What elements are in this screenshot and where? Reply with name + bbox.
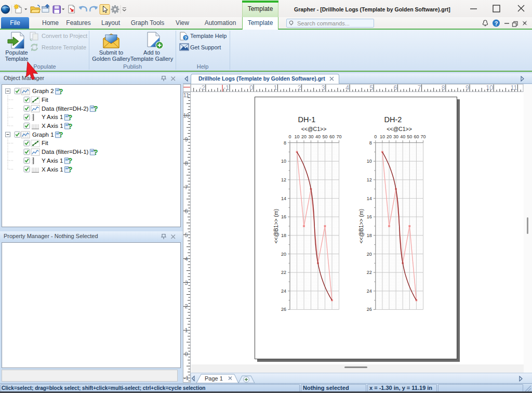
svg-text:5: 5 (369, 84, 373, 91)
svg-text:Y Axis 1: Y Axis 1 (42, 114, 63, 120)
svg-text:-1: -1 (223, 84, 229, 91)
svg-text:?: ? (68, 165, 73, 174)
svg-text:?: ? (59, 130, 63, 139)
svg-text:Y Axis 1: Y Axis 1 (42, 158, 63, 164)
svg-text:Fit: Fit (42, 140, 49, 146)
svg-text:10: 10 (486, 84, 493, 91)
svg-text:Fit: Fit (42, 97, 49, 103)
svg-text:?: ? (94, 104, 98, 113)
svg-text:3: 3 (322, 84, 325, 91)
svg-text:?: ? (68, 156, 73, 165)
svg-text:Data (filter=DH-2): Data (filter=DH-2) (42, 106, 89, 112)
svg-text:11: 11 (183, 92, 189, 98)
svg-text:?: ? (495, 20, 498, 27)
svg-text:7: 7 (418, 84, 421, 91)
svg-text:9: 9 (466, 84, 469, 91)
svg-text:?: ? (68, 122, 73, 130)
svg-text:0: 0 (249, 84, 253, 91)
svg-text:?: ? (59, 87, 63, 96)
svg-text:?: ? (184, 35, 188, 41)
svg-text:Graph 2: Graph 2 (32, 88, 54, 94)
svg-text:6: 6 (393, 84, 397, 91)
svg-text:-2: -2 (200, 84, 205, 91)
svg-text:2: 2 (298, 84, 301, 91)
svg-text:Graph 1: Graph 1 (32, 132, 54, 138)
svg-text:?: ? (68, 113, 73, 122)
svg-text:?: ? (94, 148, 98, 156)
svg-text:X Axis 1: X Axis 1 (42, 123, 63, 129)
svg-text:Data (filter=DH-1): Data (filter=DH-1) (42, 149, 89, 155)
svg-text:11: 11 (510, 84, 517, 91)
svg-text:8: 8 (442, 84, 445, 91)
svg-text:1: 1 (273, 84, 277, 91)
svg-text:X Axis 1: X Axis 1 (42, 166, 63, 173)
svg-text:Page 1: Page 1 (205, 375, 223, 382)
svg-text:4: 4 (345, 84, 349, 91)
